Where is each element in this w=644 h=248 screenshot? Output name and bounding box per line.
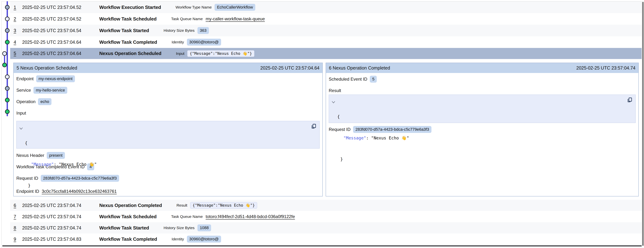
json-key: "Message" [344, 136, 366, 140]
graph-node-3[interactable] [5, 28, 9, 32]
event-id-link[interactable]: 5 [14, 51, 22, 56]
panel-timestamp: 2025-02-25 UTC 23:57:04.74 [576, 65, 636, 71]
task-queue-link[interactable]: totoro:f494fecf-2d51-4d48-bdcd-036a0f912… [206, 214, 295, 219]
event-id-link[interactable]: 7 [14, 214, 22, 219]
event-timestamp: 2025-02-25 UTC 23:57:04.83 [22, 237, 99, 242]
event-row-2[interactable]: 2 2025-02-25 UTC 23:57:04.52 Workflow Ta… [10, 13, 642, 25]
json-value: : "Nexus Echo 👋" [54, 162, 97, 167]
graph-node-6[interactable] [2, 63, 6, 67]
event-detail-code-badge: {"Message":"Nexus Echo 👋"} [190, 202, 257, 209]
event-timestamp: 2025-02-25 UTC 23:57:04.74 [22, 214, 99, 219]
event-detail-badge: 1088 [198, 224, 211, 231]
event-detail-label: History Size Bytes [164, 226, 194, 230]
event-id-link[interactable]: 4 [14, 39, 22, 45]
scrollbar-thumb[interactable] [642, 2, 644, 246]
event-detail-label: Identity [172, 237, 184, 241]
field-input-label: Input [16, 109, 320, 117]
event-5-detail-panel: 5 Nexus Operation Scheduled 2025-02-25 U… [13, 63, 323, 197]
field-label: Operation [16, 99, 36, 104]
copy-button[interactable] [626, 97, 633, 104]
event-timestamp: 2025-02-25 UTC 23:57:04.74 [22, 225, 99, 231]
event-id-link[interactable]: 1 [14, 5, 22, 10]
event-name: Nexus Operation Scheduled [99, 51, 162, 56]
event-row-4[interactable]: 4 2025-02-25 UTC 23:57:04.64 Workflow Ta… [10, 36, 642, 48]
field-label: Endpoint [16, 76, 34, 81]
event-id-link[interactable]: 8 [14, 225, 22, 231]
event-row-1[interactable]: 1 2025-02-25 UTC 23:57:04.52 Workflow Ex… [10, 1, 642, 13]
event-timestamp: 2025-02-25 UTC 23:57:04.52 [22, 5, 99, 10]
graph-node-4[interactable] [5, 40, 9, 44]
field-service: Service my-hello-service [16, 87, 320, 94]
event-timestamp: 2025-02-25 UTC 23:57:04.74 [22, 203, 99, 208]
panel-body: Endpoint my-nexus-endpoint Service my-he… [14, 75, 322, 195]
graph-node-10[interactable] [5, 110, 9, 114]
collapse-chevron-icon[interactable] [332, 101, 335, 103]
next-row-divider [2, 246, 642, 246]
copy-button[interactable] [310, 123, 317, 130]
event-id-link[interactable]: 9 [14, 237, 22, 242]
event-name: Workflow Task Started [99, 28, 149, 33]
event-name: Workflow Task Completed [99, 39, 157, 45]
scrollbar-track[interactable] [642, 0, 644, 248]
event-row-8[interactable]: 8 2025-02-25 UTC 23:57:04.74 Workflow Ta… [10, 222, 642, 234]
graph-node-8[interactable] [5, 86, 9, 90]
json-line-open: { [337, 113, 623, 120]
field-label: Scheduled Event ID [329, 77, 367, 82]
json-content: { "Message": "Nexus Echo 👋" } [337, 99, 623, 177]
event-name: Nexus Operation Completed [99, 203, 162, 208]
event-row-7[interactable]: 7 2025-02-25 UTC 23:57:04.74 Workflow Ta… [10, 211, 642, 222]
event-timestamp: 2025-02-25 UTC 23:57:04.64 [22, 39, 99, 45]
event-id-link[interactable]: 2 [14, 16, 22, 22]
json-line-close: } [337, 156, 623, 163]
panel-title: 6 Nexus Operation Completed [329, 65, 390, 71]
json-line-close: } [25, 182, 307, 189]
event-detail-label: Workflow Type Name [176, 5, 212, 9]
field-result-label: Result [329, 87, 636, 94]
event-row-3[interactable]: 3 2025-02-25 UTC 23:57:04.54 Workflow Ta… [10, 25, 642, 36]
event-detail-label: Input [176, 51, 184, 56]
json-line-open: { [25, 140, 307, 147]
json-key: "Message" [31, 162, 54, 167]
event-id-link[interactable]: 6 [14, 203, 22, 208]
task-queue-link[interactable]: my-caller-workflow-task-queue [206, 16, 265, 21]
field-value-badge: my-hello-service [34, 87, 67, 94]
json-line-message: "Message": "Nexus Echo 👋" [337, 135, 623, 142]
copy-icon [310, 123, 317, 130]
graph-node-1[interactable] [5, 5, 9, 9]
field-operation: Operation echo [16, 98, 320, 105]
json-line-message: "Message": "Nexus Echo 👋" [25, 161, 307, 168]
event-6-detail-panel: 6 Nexus Operation Completed 2025-02-25 U… [326, 63, 639, 197]
copy-icon [626, 97, 633, 103]
event-detail-label: History Size Bytes [164, 28, 194, 33]
graph-node-9[interactable] [5, 98, 9, 102]
event-detail-code-badge: {"Message":"Nexus Echo 👋"} [187, 50, 254, 57]
graph-node-7[interactable] [5, 75, 9, 79]
result-json-block: { "Message": "Nexus Echo 👋" } [329, 95, 636, 123]
panel-timestamp: 2025-02-25 UTC 23:57:04.64 [260, 65, 320, 71]
event-timestamp: 2025-02-25 UTC 23:57:04.64 [22, 51, 99, 56]
event-row-6[interactable]: 6 2025-02-25 UTC 23:57:04.74 Nexus Opera… [10, 200, 642, 211]
field-value-badge: my-nexus-endpoint [36, 75, 75, 82]
event-name: Workflow Execution Started [99, 4, 161, 10]
field-scheduled-event-id: Scheduled Event ID 5 [329, 75, 636, 83]
collapse-chevron-icon[interactable] [19, 127, 23, 130]
event-id-link[interactable]: 3 [14, 28, 22, 33]
event-detail-badge: 30960@totoro@ [187, 39, 221, 45]
event-timestamp: 2025-02-25 UTC 23:57:04.54 [22, 28, 99, 33]
workflow-history-view: 1 2025-02-25 UTC 23:57:04.52 Workflow Ex… [0, 0, 644, 248]
event-name: Workflow Task Started [99, 225, 149, 231]
panel-body: Scheduled Event ID 5 Result { "M [326, 75, 638, 133]
json-value: : "Nexus Echo 👋" [366, 136, 409, 140]
graph-node-5[interactable] [2, 51, 6, 55]
panel-header: 6 Nexus Operation Completed 2025-02-25 U… [326, 63, 638, 73]
field-endpoint: Endpoint my-nexus-endpoint [16, 75, 320, 82]
event-graph [0, 0, 10, 120]
event-row-5-selected[interactable]: 5 2025-02-25 UTC 23:57:04.64 Nexus Opera… [10, 48, 642, 59]
graph-node-2[interactable] [5, 17, 9, 21]
event-detail-badge: 30960@totoro@ [187, 236, 221, 243]
field-value-badge: echo [38, 98, 52, 105]
panel-title: 5 Nexus Operation Scheduled [16, 65, 77, 71]
event-name: Workflow Task Scheduled [99, 214, 156, 220]
event-row-9[interactable]: 9 2025-02-25 UTC 23:57:04.83 Workflow Ta… [10, 234, 642, 245]
field-label: Service [16, 88, 31, 93]
